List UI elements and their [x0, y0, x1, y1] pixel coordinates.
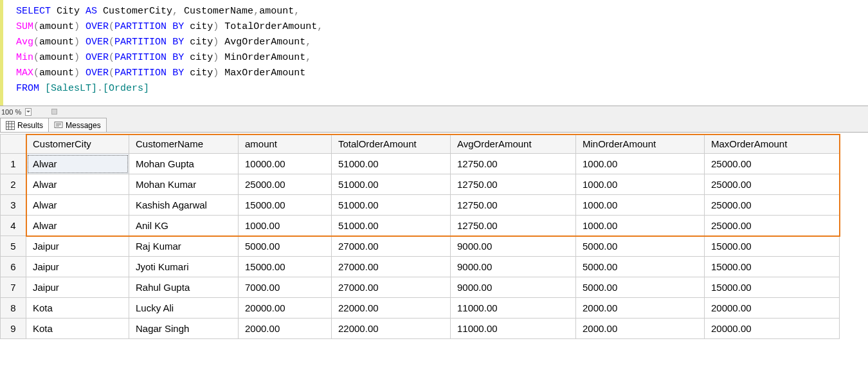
- cell[interactable]: 12750.00: [451, 174, 576, 195]
- table-row[interactable]: 9KotaNagar Singh2000.0022000.0011000.002…: [1, 319, 840, 339]
- table-row[interactable]: 7JaipurRahul Gupta7000.0027000.009000.00…: [1, 277, 840, 298]
- corner-cell[interactable]: [1, 134, 26, 154]
- cell[interactable]: 12750.00: [451, 195, 576, 216]
- table-row[interactable]: 2AlwarMohan Kumar25000.0051000.0012750.0…: [1, 174, 840, 195]
- row-number[interactable]: 5: [1, 236, 26, 257]
- tab-results[interactable]: Results: [0, 118, 49, 132]
- cell[interactable]: 1000.00: [576, 154, 705, 174]
- cell[interactable]: Jaipur: [26, 236, 129, 257]
- sql-text[interactable]: SELECT City AS CustomerCity, CustomerNam…: [16, 4, 323, 97]
- cell[interactable]: 2000.00: [576, 319, 705, 339]
- cell[interactable]: 25000.00: [705, 154, 840, 174]
- cell[interactable]: Alwar: [26, 154, 129, 174]
- col-header[interactable]: TotalOrderAmount: [332, 134, 451, 154]
- cell[interactable]: 9000.00: [451, 236, 576, 257]
- sql-editor[interactable]: SELECT City AS CustomerCity, CustomerNam…: [0, 0, 868, 106]
- cell[interactable]: Mohan Gupta: [129, 154, 239, 174]
- cell[interactable]: Nagar Singh: [129, 319, 239, 339]
- cell[interactable]: 5000.00: [576, 277, 705, 298]
- cell[interactable]: Kashish Agarwal: [129, 195, 239, 216]
- cell[interactable]: 15000.00: [239, 195, 332, 216]
- row-number[interactable]: 9: [1, 319, 26, 339]
- table-row[interactable]: 3AlwarKashish Agarwal15000.0051000.00127…: [1, 195, 840, 216]
- cell[interactable]: 5000.00: [239, 236, 332, 257]
- space: [167, 37, 172, 48]
- cell[interactable]: Mohan Kumar: [129, 174, 239, 195]
- cell[interactable]: 15000.00: [705, 236, 840, 257]
- cell[interactable]: 10000.00: [239, 154, 332, 174]
- cell[interactable]: Alwar: [26, 216, 129, 236]
- col-header[interactable]: CustomerCity: [26, 134, 129, 154]
- cell[interactable]: 7000.00: [239, 277, 332, 298]
- col-header[interactable]: amount: [239, 134, 332, 154]
- cell[interactable]: Kota: [26, 298, 129, 319]
- cell[interactable]: 1000.00: [239, 216, 332, 236]
- cell[interactable]: 25000.00: [705, 216, 840, 236]
- cell[interactable]: 5000.00: [576, 257, 705, 277]
- cell[interactable]: Jyoti Kumari: [129, 257, 239, 277]
- row-number[interactable]: 4: [1, 216, 26, 236]
- cell[interactable]: 25000.00: [705, 195, 840, 216]
- results-table[interactable]: CustomerCity CustomerName amount TotalOr…: [0, 134, 840, 339]
- col-header[interactable]: CustomerName: [129, 134, 239, 154]
- cell[interactable]: Anil KG: [129, 216, 239, 236]
- row-number[interactable]: 3: [1, 195, 26, 216]
- cell[interactable]: Rahul Gupta: [129, 277, 239, 298]
- cell[interactable]: 15000.00: [705, 257, 840, 277]
- table-row[interactable]: 1AlwarMohan Gupta10000.0051000.0012750.0…: [1, 154, 840, 174]
- row-number[interactable]: 7: [1, 277, 26, 298]
- cell[interactable]: 25000.00: [705, 174, 840, 195]
- cell[interactable]: 27000.00: [332, 277, 451, 298]
- cell[interactable]: 22000.00: [332, 298, 451, 319]
- cell[interactable]: 1000.00: [576, 195, 705, 216]
- cell[interactable]: 27000.00: [332, 257, 451, 277]
- cell[interactable]: 51000.00: [332, 195, 451, 216]
- table-row[interactable]: 4AlwarAnil KG1000.0051000.0012750.001000…: [1, 216, 840, 236]
- cell[interactable]: 15000.00: [705, 277, 840, 298]
- cell[interactable]: Kota: [26, 319, 129, 339]
- cell[interactable]: 1000.00: [576, 174, 705, 195]
- cell[interactable]: 22000.00: [332, 319, 451, 339]
- cell[interactable]: 11000.00: [451, 319, 576, 339]
- scroll-thumb[interactable]: [51, 109, 57, 115]
- cell[interactable]: 12750.00: [451, 216, 576, 236]
- cell[interactable]: 11000.00: [451, 298, 576, 319]
- cell[interactable]: Lucky Ali: [129, 298, 239, 319]
- cell[interactable]: 15000.00: [239, 257, 332, 277]
- cell[interactable]: Jaipur: [26, 257, 129, 277]
- cell[interactable]: 2000.00: [239, 319, 332, 339]
- row-number[interactable]: 6: [1, 257, 26, 277]
- cell[interactable]: 51000.00: [332, 216, 451, 236]
- cell[interactable]: 51000.00: [332, 154, 451, 174]
- cell[interactable]: 51000.00: [332, 174, 451, 195]
- cell[interactable]: Alwar: [26, 174, 129, 195]
- row-number[interactable]: 2: [1, 174, 26, 195]
- cell[interactable]: 5000.00: [576, 236, 705, 257]
- cell[interactable]: Jaipur: [26, 277, 129, 298]
- cell[interactable]: 27000.00: [332, 236, 451, 257]
- cell[interactable]: 25000.00: [239, 174, 332, 195]
- cell[interactable]: Alwar: [26, 195, 129, 216]
- cell[interactable]: 9000.00: [451, 257, 576, 277]
- punct: ,: [294, 6, 300, 17]
- punct: ,: [317, 21, 323, 32]
- cell[interactable]: 1000.00: [576, 216, 705, 236]
- cell[interactable]: 20000.00: [705, 319, 840, 339]
- col-header[interactable]: AvgOrderAmount: [451, 134, 576, 154]
- cell[interactable]: 2000.00: [576, 298, 705, 319]
- col-header[interactable]: MaxOrderAmount: [705, 134, 840, 154]
- row-number[interactable]: 1: [1, 154, 26, 174]
- cell[interactable]: 12750.00: [451, 154, 576, 174]
- punct: (: [33, 68, 39, 79]
- col-header[interactable]: MinOrderAmount: [576, 134, 705, 154]
- tab-messages[interactable]: Messages: [48, 118, 107, 132]
- table-row[interactable]: 8KotaLucky Ali20000.0022000.0011000.0020…: [1, 298, 840, 319]
- cell[interactable]: 20000.00: [239, 298, 332, 319]
- zoom-dropdown[interactable]: [25, 108, 32, 116]
- table-row[interactable]: 6JaipurJyoti Kumari15000.0027000.009000.…: [1, 257, 840, 277]
- cell[interactable]: 20000.00: [705, 298, 840, 319]
- cell[interactable]: Raj Kumar: [129, 236, 239, 257]
- cell[interactable]: 9000.00: [451, 277, 576, 298]
- table-row[interactable]: 5JaipurRaj Kumar5000.0027000.009000.0050…: [1, 236, 840, 257]
- row-number[interactable]: 8: [1, 298, 26, 319]
